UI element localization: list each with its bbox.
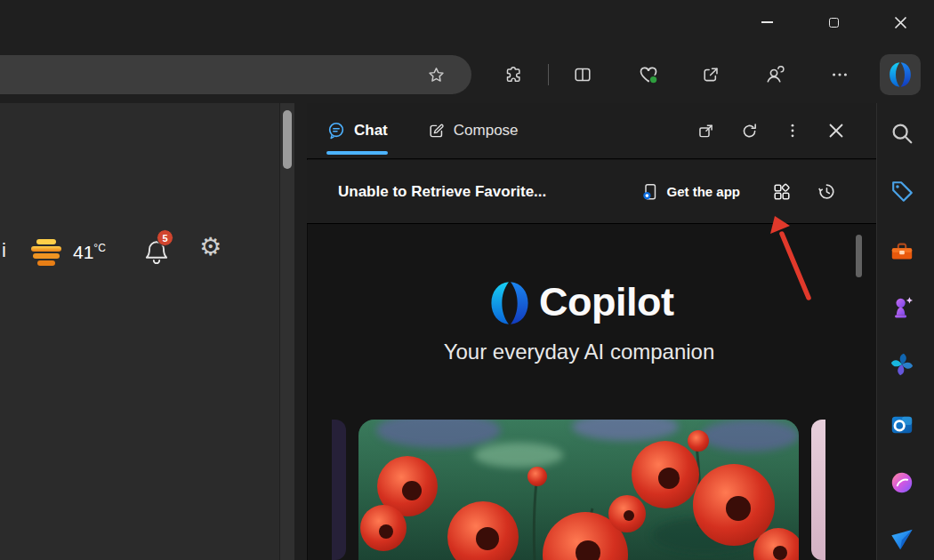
copilot-toolbar-button[interactable] [880,54,921,95]
close-icon [828,123,844,139]
copilot-hero-subtitle: Your everyday AI companion [307,340,851,364]
split-screen-icon [573,65,592,84]
partial-page-text: i [2,239,6,262]
profile-button[interactable] [756,57,792,92]
plugins-grid-icon [772,181,792,203]
copilot-panel-tabbar: Chat Compose [307,103,876,159]
restore-icon [829,18,839,28]
get-app-device-icon [641,183,659,201]
favorites-button[interactable] [418,57,454,92]
tab-chat-label: Chat [354,122,388,140]
favorites-star-icon [427,66,446,84]
split-screen-button[interactable] [565,57,600,92]
refresh-icon [740,122,759,140]
panel-scrollbar-thumb[interactable] [856,235,862,277]
open-external-button[interactable] [696,121,715,140]
share-icon [701,65,721,84]
extensions-puzzle-icon [503,65,523,84]
microsoft-365-icon [890,352,914,377]
settings-more-button[interactable] [822,57,858,92]
chat-bubble-icon [326,121,346,140]
more-icon [830,65,849,84]
shopping-tag-icon [890,179,914,204]
sidebar-shopping-button[interactable] [889,178,915,204]
temperature-unit: °C [93,242,105,254]
sidebar-games-button[interactable] [889,294,915,321]
temperature-value: 41 [73,242,93,262]
sidebar-microsoft-365-button[interactable] [889,351,915,378]
outlook-icon [890,412,914,437]
history-button[interactable] [817,182,836,202]
minimize-icon [761,21,773,23]
history-clock-icon [817,181,836,202]
copilot-hero-logo-icon [487,280,533,326]
panel-close-button[interactable] [826,121,846,140]
get-the-app-label: Get the app [666,184,740,199]
profile-icon [764,65,785,85]
poppy-artwork-image [358,420,799,560]
settings-gear-icon[interactable]: ⚙ [199,235,221,260]
temperature-reading: 41°C [73,242,106,263]
extensions-button[interactable] [495,57,531,92]
close-icon [894,16,907,29]
carousel-poppy-artwork-card[interactable] [358,420,799,560]
games-pawn-icon [890,295,914,320]
window-titlebar [0,0,934,44]
share-button[interactable] [693,57,729,92]
page-scrollbar-track[interactable] [280,103,294,560]
browser-essentials-button[interactable] [631,57,666,92]
webpage-content-left: i 41°C 5 ⚙ [0,103,279,560]
page-scrollbar-thumb[interactable] [283,110,292,169]
browser-essentials-heart-icon [638,64,659,85]
restore-button[interactable] [813,4,854,40]
plugins-button[interactable] [772,182,792,202]
get-the-app-button[interactable]: Get the app [641,183,740,201]
sidebar-search-button[interactable] [889,120,915,147]
tab-compose-label: Compose [454,122,519,140]
toolbox-icon [890,239,914,264]
favorites-error-notice: Unable to Retrieve Favorite... [338,183,546,201]
kebab-menu-icon [784,122,801,140]
search-icon [890,121,914,146]
address-bar[interactable] [0,55,471,94]
compose-pencil-icon [427,122,446,140]
sidebar-tools-button[interactable] [889,238,915,265]
carousel-next-card-edge[interactable] [811,420,825,560]
sidebar-drop-button[interactable] [889,526,915,553]
copilot-logo-icon [887,61,914,88]
tab-chat[interactable]: Chat [326,103,388,158]
minimize-button[interactable] [746,4,787,40]
notification-badge: 5 [157,229,173,246]
toolbar-divider [548,64,549,85]
designer-icon [890,470,914,495]
hazy-sun-weather-icon[interactable] [25,235,68,270]
open-external-icon [696,122,715,140]
tab-compose[interactable]: Compose [427,103,519,158]
copilot-panel-subheader: Unable to Retrieve Favorite... Get the a… [307,160,876,224]
panel-menu-button[interactable] [783,121,802,140]
drop-plane-icon [890,527,914,552]
sidebar-outlook-button[interactable] [889,412,915,438]
carousel-previous-card-edge[interactable] [332,420,346,560]
close-button[interactable] [880,4,921,40]
refresh-button[interactable] [739,121,759,140]
sidebar-designer-button[interactable] [889,469,915,496]
copilot-hero-title: Copilot [539,279,673,325]
